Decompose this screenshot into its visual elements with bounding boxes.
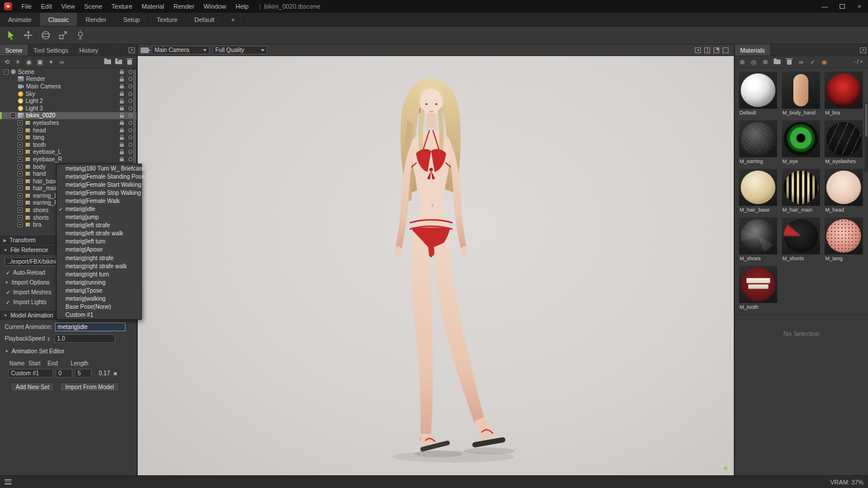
add-sky-icon[interactable]: ✦ bbox=[46, 57, 56, 66]
status-menu-icon[interactable] bbox=[5, 479, 12, 485]
tree-expander-icon[interactable] bbox=[10, 76, 16, 82]
visibility-icon[interactable] bbox=[126, 92, 135, 96]
add-object-icon[interactable]: ▣ bbox=[35, 57, 45, 66]
tree-row[interactable]: − Scene bbox=[0, 68, 137, 76]
visibility-icon[interactable] bbox=[126, 150, 135, 154]
scale-tool-icon[interactable] bbox=[56, 28, 71, 43]
material-item[interactable]: M_head bbox=[825, 169, 865, 213]
tree-row[interactable]: + tang bbox=[0, 134, 137, 141]
character-render[interactable] bbox=[138, 56, 734, 475]
workspace-tab[interactable]: + bbox=[223, 13, 244, 26]
tree-row[interactable]: Light 2 bbox=[0, 97, 137, 105]
material-item[interactable]: M_eyelashes bbox=[825, 120, 865, 164]
menu-item[interactable]: Edit bbox=[36, 0, 57, 13]
tree-expander-icon[interactable]: + bbox=[17, 149, 23, 154]
workspace-tab[interactable]: Animate bbox=[0, 13, 40, 26]
material-item[interactable]: M_tang bbox=[825, 217, 865, 261]
scrollbar-thumb[interactable] bbox=[865, 103, 867, 137]
visibility-icon[interactable] bbox=[126, 143, 135, 147]
rotate-tool-icon[interactable] bbox=[38, 28, 53, 43]
tree-expander-icon[interactable]: + bbox=[17, 179, 23, 184]
maximize-viewport-icon[interactable] bbox=[713, 47, 719, 53]
tree-row[interactable]: Light 3 bbox=[0, 105, 137, 112]
playback-speed-input[interactable] bbox=[54, 334, 115, 343]
tree-row[interactable]: + eyebase_R bbox=[0, 156, 137, 163]
lock-icon[interactable] bbox=[117, 142, 126, 147]
dropdown-item[interactable]: ✓ metarig|right strafe walk bbox=[57, 262, 141, 270]
tree-expander-icon[interactable]: + bbox=[17, 164, 23, 169]
tree-row[interactable]: Main Camera bbox=[0, 83, 137, 90]
material-item[interactable]: M_eye bbox=[782, 120, 822, 164]
tree-row[interactable]: Render bbox=[0, 76, 137, 83]
tree-expander-icon[interactable]: + bbox=[17, 171, 23, 176]
stepper-icon[interactable]: ▲▼ bbox=[47, 337, 52, 341]
dropdown-item[interactable]: ✓ metarig|Female Standing Pose bbox=[57, 172, 141, 180]
pivot-tool-icon[interactable] bbox=[73, 28, 88, 43]
viewport-settings-icon[interactable] bbox=[695, 47, 701, 53]
apply-material-icon[interactable]: ✓ bbox=[808, 58, 817, 66]
maximize-button[interactable] bbox=[833, 0, 851, 13]
lock-icon[interactable] bbox=[117, 120, 126, 125]
add-camera-icon[interactable]: ◉ bbox=[24, 57, 34, 66]
menu-item[interactable]: File bbox=[17, 0, 36, 13]
material-item[interactable]: M_hair_base bbox=[739, 169, 779, 213]
tree-expander-icon[interactable]: + bbox=[17, 193, 23, 198]
split-view-icon[interactable] bbox=[704, 47, 710, 53]
import-from-model-button[interactable]: Import From Model bbox=[60, 382, 119, 392]
close-button[interactable]: × bbox=[851, 0, 868, 13]
lock-icon[interactable] bbox=[117, 69, 126, 74]
visibility-icon[interactable] bbox=[126, 106, 135, 110]
dropdown-item[interactable]: ✓ metarig|right turn bbox=[57, 270, 141, 278]
dissolve-material-icon[interactable]: ⊗ bbox=[761, 58, 770, 66]
minimize-button[interactable]: — bbox=[816, 0, 833, 13]
tree-expander-icon[interactable]: + bbox=[17, 200, 23, 205]
dropdown-item[interactable]: ✓ Base Pose(None) bbox=[57, 303, 141, 311]
material-folder-icon[interactable] bbox=[773, 57, 782, 66]
workspace-tab[interactable]: Setup bbox=[115, 13, 149, 26]
lock-icon[interactable] bbox=[117, 91, 126, 96]
material-item[interactable]: M_shoes bbox=[739, 217, 779, 261]
dropdown-item[interactable]: ✓ metarig|Female Start Walking bbox=[57, 180, 141, 188]
visibility-icon[interactable] bbox=[126, 99, 135, 103]
popout-panel-icon[interactable]: ↗ bbox=[126, 45, 137, 56]
dropdown-item[interactable]: ✓ metarig|Tpose bbox=[57, 286, 141, 294]
dropdown-item[interactable]: ✓ metarig|walking bbox=[57, 295, 141, 303]
lock-icon[interactable] bbox=[117, 135, 126, 140]
lock-icon[interactable] bbox=[117, 84, 126, 88]
tree-row[interactable]: + eyebase_L bbox=[0, 149, 137, 156]
undo-icon[interactable]: ⟲ bbox=[2, 57, 12, 66]
dropdown-item[interactable]: ✓ metarig|Apose bbox=[57, 246, 141, 254]
new-folder-icon[interactable] bbox=[114, 57, 123, 66]
dropdown-item[interactable]: ✓ metarig|idle bbox=[57, 205, 141, 213]
material-item[interactable]: M_earring bbox=[739, 120, 779, 164]
tree-expander-icon[interactable]: + bbox=[17, 142, 23, 147]
quality-select[interactable]: Full Quality bbox=[212, 46, 267, 54]
link-material-icon[interactable]: ∞ bbox=[797, 58, 806, 65]
add-light-icon[interactable]: ☀ bbox=[13, 57, 23, 66]
menu-item[interactable]: Window bbox=[199, 0, 231, 13]
tree-expander-icon[interactable] bbox=[10, 91, 16, 97]
visibility-icon[interactable] bbox=[126, 70, 135, 74]
visibility-icon[interactable] bbox=[126, 77, 135, 81]
tree-expander-icon[interactable] bbox=[10, 106, 16, 111]
menu-item[interactable]: Render bbox=[169, 0, 199, 13]
tree-row[interactable]: Sky bbox=[0, 90, 137, 98]
dropdown-item[interactable]: ✓ Custom #1 bbox=[57, 311, 141, 319]
current-animation-select[interactable] bbox=[55, 323, 126, 331]
material-item[interactable]: M_shorts bbox=[782, 217, 822, 261]
materials-scrollbar[interactable] bbox=[865, 102, 868, 172]
material-item[interactable]: M_body_hand bbox=[782, 72, 822, 116]
lock-icon[interactable] bbox=[117, 99, 126, 103]
tree-expander-icon[interactable] bbox=[10, 98, 16, 103]
visibility-icon[interactable] bbox=[126, 135, 135, 139]
dropdown-item[interactable]: ✓ metarig|jump bbox=[57, 213, 141, 221]
workspace-tab[interactable]: Classic bbox=[40, 13, 77, 26]
preview-sphere-icon[interactable]: ◎ bbox=[749, 58, 758, 66]
visibility-icon[interactable] bbox=[126, 113, 135, 117]
tree-expander-icon[interactable]: + bbox=[17, 186, 23, 191]
add-new-set-button[interactable]: Add New Set bbox=[10, 382, 54, 392]
camera-select[interactable]: Main Camera bbox=[152, 46, 209, 54]
workspace-tab[interactable]: Render bbox=[78, 13, 115, 26]
set-end-input[interactable] bbox=[75, 369, 91, 378]
delete-material-icon[interactable] bbox=[785, 57, 794, 66]
